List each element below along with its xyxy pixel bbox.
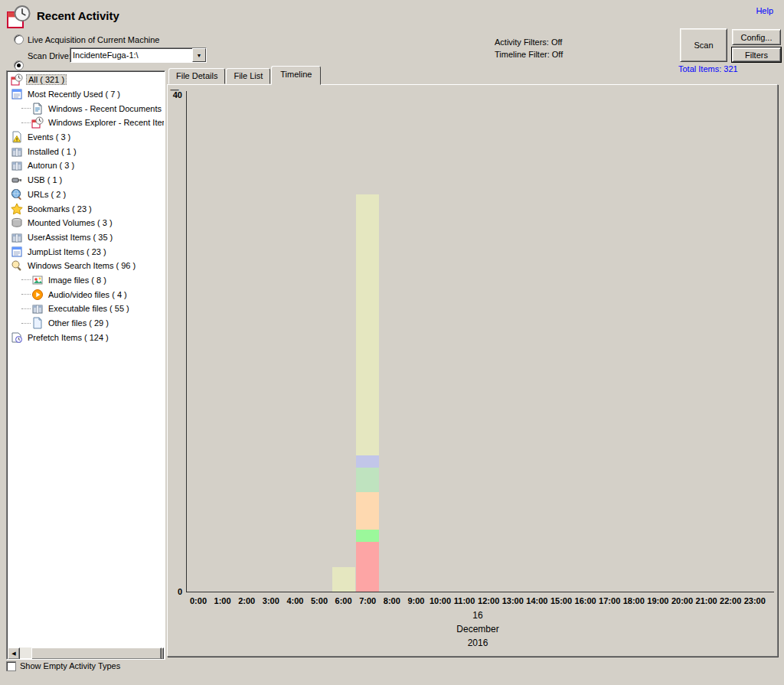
x-tick-label: 16:00 <box>573 596 599 605</box>
date-label-month: December <box>416 624 539 634</box>
tree-item-usb-1[interactable]: USB ( 1 ) <box>9 173 164 188</box>
tree-item-label: Bookmarks ( 23 ) <box>26 204 93 214</box>
recent-activity-window: Recent Activity Help Live Acquisition of… <box>0 0 784 685</box>
tree-item-mounted-volumes-3[interactable]: Mounted Volumes ( 3 ) <box>9 216 164 230</box>
radio-live-acquisition-label: Live Acquisition of Current Machine <box>28 35 159 44</box>
package-icon <box>11 231 23 243</box>
tree-item-label: Image files ( 8 ) <box>47 276 108 285</box>
globe-icon <box>11 188 23 201</box>
tree-item-events-3[interactable]: Events ( 3 ) <box>9 130 164 145</box>
x-tick-label: 4:00 <box>282 596 308 605</box>
package-icon <box>31 302 44 315</box>
tree-item-userassist-items-35[interactable]: UserAssist Items ( 35 ) <box>9 230 164 245</box>
tree-horizontal-scrollbar[interactable]: ◀ ▶ <box>8 647 164 658</box>
recent-doc-icon <box>11 246 23 258</box>
tree-item-audio-video-files-4[interactable]: Audio/video files ( 4 ) <box>9 287 164 302</box>
radio-live-acquisition[interactable] <box>14 34 24 44</box>
x-tick-label: 13:00 <box>500 596 526 605</box>
history-icon <box>31 116 44 129</box>
tree-item-windows-search-items-96[interactable]: Windows Search Items ( 96 ) <box>9 259 164 273</box>
y-tick-label-min: 0 <box>168 587 182 596</box>
tab-file-details[interactable]: File Details <box>168 68 225 84</box>
tree-item-label: USB ( 1 ) <box>26 175 64 184</box>
tree-item-windows-explorer-recent-items-3[interactable]: Windows Explorer - Recent Items ( 3 <box>9 116 164 130</box>
tree-item-label: All ( 321 ) <box>26 74 67 85</box>
x-axis-line <box>186 592 774 592</box>
tree-connector <box>21 108 31 109</box>
tree-item-most-recently-used-7[interactable]: Most Recently Used ( 7 ) <box>9 87 164 102</box>
arrow-left-icon: ◀ <box>11 651 15 657</box>
tree-item-bookmarks-23[interactable]: Bookmarks ( 23 ) <box>9 201 164 216</box>
bar-segment[interactable] <box>332 567 355 592</box>
tree-item-label: Prefetch Items ( 124 ) <box>26 333 110 342</box>
activity-type-tree-panel: All ( 321 )Most Recently Used ( 7 )Windo… <box>6 70 165 660</box>
radio-scan-drive[interactable] <box>14 60 24 70</box>
activity-type-tree: All ( 321 )Most Recently Used ( 7 )Windo… <box>9 73 164 647</box>
tree-item-installed-1[interactable]: Installed ( 1 ) <box>9 144 164 158</box>
combobox-dropdown-button[interactable]: ▼ <box>192 48 206 62</box>
x-tick-label: 20:00 <box>669 596 695 605</box>
scan-drive-combobox[interactable]: IncidenteFuga-1:\ ▼ <box>70 47 207 63</box>
x-tick-label: 17:00 <box>596 596 622 605</box>
tree-item-label: Executable files ( 55 ) <box>47 304 131 313</box>
filters-button[interactable]: Filters <box>732 47 781 62</box>
tab-file-list[interactable]: File List <box>226 68 270 84</box>
tree-item-label: Most Recently Used ( 7 ) <box>26 90 122 99</box>
package-icon <box>11 159 23 171</box>
event-warning-icon <box>11 131 23 143</box>
prefetch-icon <box>11 331 23 344</box>
tree-connector <box>21 294 31 295</box>
tree-item-jumplist-items-23[interactable]: JumpList Items ( 23 ) <box>9 244 164 259</box>
x-tick-label: 22:00 <box>717 596 743 605</box>
x-tick-label: 19:00 <box>645 596 671 605</box>
x-tick-label: 11:00 <box>452 596 478 605</box>
timeline-bar-7-00[interactable] <box>356 194 379 592</box>
scroll-track[interactable] <box>20 647 152 658</box>
usb-icon <box>11 174 23 186</box>
show-empty-types-checkbox[interactable] <box>6 661 16 671</box>
tree-connector <box>21 323 31 324</box>
tree-item-windows-recent-documents-4[interactable]: Windows - Recent Documents ( 4 ) <box>9 101 164 116</box>
help-link[interactable]: Help <box>756 6 773 15</box>
app-icon <box>6 5 31 29</box>
tree-item-all-321[interactable]: All ( 321 ) <box>9 73 164 87</box>
tree-item-autorun-3[interactable]: Autorun ( 3 ) <box>9 158 164 173</box>
scroll-thumb[interactable] <box>31 647 162 660</box>
page-title: Recent Activity <box>37 9 119 22</box>
x-tick-label: 10:00 <box>427 596 453 605</box>
radio-scan-drive-label: Scan Drive: <box>28 51 71 60</box>
tab-bar: File DetailsFile ListTimeline <box>168 68 322 84</box>
tree-item-executable-files-55[interactable]: Executable files ( 55 ) <box>9 302 164 316</box>
tree-item-image-files-8[interactable]: Image files ( 8 ) <box>9 273 164 288</box>
x-tick-label: 21:00 <box>694 596 720 605</box>
image-icon <box>31 274 44 286</box>
tree-item-label: Autorun ( 3 ) <box>26 161 76 170</box>
y-axis-line <box>186 91 187 592</box>
tree-item-urls-2[interactable]: URLs ( 2 ) <box>9 188 164 202</box>
tree-item-prefetch-items-124[interactable]: Prefetch Items ( 124 ) <box>9 330 164 344</box>
bar-segment[interactable] <box>356 468 379 492</box>
disk-icon <box>11 217 23 229</box>
bar-segment[interactable] <box>356 194 379 455</box>
tab-timeline[interactable]: Timeline <box>271 66 321 85</box>
scroll-left-button[interactable]: ◀ <box>8 647 20 660</box>
scan-button[interactable]: Scan <box>680 28 727 62</box>
tree-item-label: Windows Explorer - Recent Items ( 3 <box>47 118 164 127</box>
x-tick-label: 18:00 <box>621 596 647 605</box>
tree-item-label: Windows - Recent Documents ( 4 ) <box>47 104 164 113</box>
x-tick-label: 6:00 <box>331 596 357 605</box>
x-tick-label: 8:00 <box>379 596 405 605</box>
x-tick-label: 1:00 <box>210 596 236 605</box>
x-tick-label: 9:00 <box>403 596 429 605</box>
star-icon <box>11 203 23 215</box>
config-button[interactable]: Config... <box>732 29 781 45</box>
x-tick-label: 23:00 <box>742 596 768 605</box>
bar-segment[interactable] <box>356 542 379 592</box>
bar-segment[interactable] <box>356 530 379 542</box>
chevron-down-icon: ▼ <box>197 53 202 58</box>
timeline-filter-status: Timeline Filter: Off <box>495 50 563 59</box>
timeline-bar-6-00[interactable] <box>332 567 355 592</box>
tree-item-other-files-29[interactable]: Other files ( 29 ) <box>9 316 164 331</box>
bar-segment[interactable] <box>356 455 379 468</box>
bar-segment[interactable] <box>356 492 379 530</box>
